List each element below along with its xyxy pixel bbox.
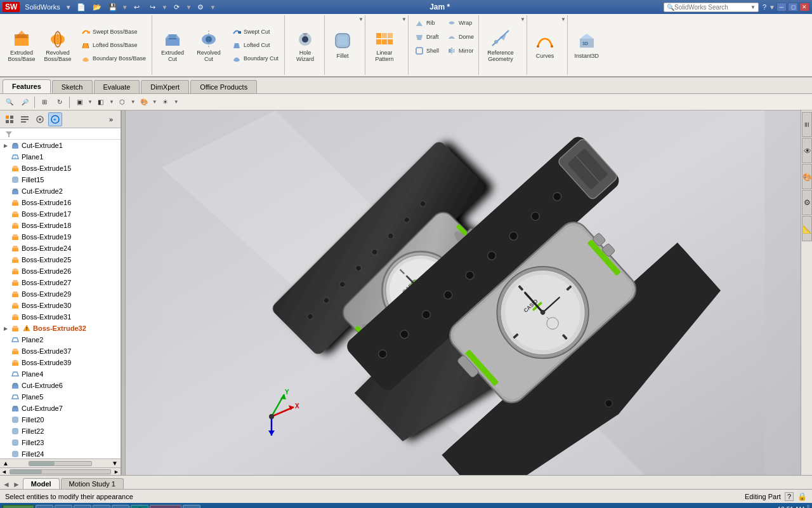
start-button[interactable]: ⊞ Start [3, 505, 34, 508]
boundary-cut-btn[interactable]: Boundary Cut [228, 52, 282, 65]
tree-item-boss-extrude31[interactable]: Boss-Extrude31 [0, 311, 121, 323]
tree-item-fillet15[interactable]: Fillet15 [0, 174, 121, 185]
tree-item-cut-extrude2[interactable]: Cut-Extrude2 [0, 185, 121, 197]
tab-nav-right[interactable]: ► [13, 480, 20, 489]
revolved-boss-base-btn[interactable]: Revolved Boss/Base [40, 17, 75, 74]
tree-item-boss-extrude19[interactable]: Boss-Extrude19 [0, 231, 121, 243]
tab-features[interactable]: Features [3, 79, 51, 93]
hole-wizard-btn[interactable]: Hole Wizard [287, 17, 323, 74]
dome-btn[interactable]: Dome [443, 30, 477, 43]
view-display-dropdown[interactable]: ▼ [131, 99, 136, 105]
tree-item-boss-extrude39[interactable]: Boss-Extrude39 [0, 357, 121, 368]
open-btn[interactable]: 📂 [90, 0, 104, 14]
close-btn[interactable]: ✕ [799, 3, 809, 11]
help-btn[interactable]: ? [763, 3, 766, 11]
tree-item-fillet23[interactable]: Fillet23 [0, 437, 121, 448]
zoom-out-btn[interactable]: 🔎 [18, 95, 32, 109]
tab-nav-left[interactable]: ◄ [3, 480, 10, 489]
tab-evaluate[interactable]: Evaluate [94, 80, 140, 93]
tree-item-boss-extrude29[interactable]: Boss-Extrude29 [0, 288, 121, 300]
tree-scroll-down[interactable]: ▼ [112, 460, 118, 467]
taskbar-solidworks[interactable]: SWSW [150, 505, 181, 508]
rebuild-btn[interactable]: ⟳ [170, 0, 184, 14]
pattern-dropdown[interactable]: ▼ [402, 17, 407, 74]
new-file-btn[interactable]: 📄 [74, 0, 88, 14]
taskbar-app-unknown1[interactable]: 🗂 [74, 505, 91, 508]
tree-scroll-up[interactable]: ▲ [3, 460, 9, 467]
extruded-cut-btn[interactable]: Extruded Cut [155, 17, 190, 74]
view-orient-dropdown[interactable]: ▼ [88, 99, 93, 105]
tree-item-cut-extrude1[interactable]: ▶ Cut-Extrude1 [0, 140, 121, 151]
curves-dropdown[interactable]: ▼ [561, 17, 566, 74]
show-desktop-btn[interactable] [807, 505, 809, 508]
options-btn[interactable]: ⚙ [193, 0, 207, 14]
right-btn-1[interactable]: ≡ [802, 112, 812, 137]
tab-dimxpert[interactable]: DimXpert [141, 80, 189, 93]
tree-item-fillet24[interactable]: Fillet24 [0, 448, 121, 458]
taskbar-app-unknown2[interactable]: 🎭 [93, 505, 110, 508]
tree-item-cut-extrude6[interactable]: Cut-Extrude6 [0, 380, 121, 391]
view-orient-btn[interactable]: ▣ [72, 95, 86, 109]
menu-arrow[interactable]: ▼ [65, 4, 72, 11]
tree-item-plane5[interactable]: Plane5 [0, 391, 121, 403]
tree-item-boss-extrude24[interactable]: Boss-Extrude24 [0, 243, 121, 254]
tree-item-boss-extrude15[interactable]: Boss-Extrude15 [0, 163, 121, 174]
boundary-boss-base-btn[interactable]: Boundary Boss/Base [77, 52, 149, 65]
rib-btn[interactable]: Rib [411, 17, 442, 29]
tree-scroll-right[interactable]: ► [112, 469, 121, 475]
property-manager-btn[interactable] [18, 112, 32, 126]
tree-item-plane2[interactable]: Plane2 [0, 334, 121, 345]
tree-hscrollbar-track[interactable] [10, 469, 111, 474]
fillet-btn[interactable]: Fillet [327, 17, 358, 74]
linear-pattern-btn[interactable]: Linear Pattern [368, 17, 401, 74]
wrap-btn[interactable]: Wrap [443, 17, 477, 29]
right-btn-2[interactable]: 👁 [802, 138, 812, 163]
tree-item-boss-extrude25[interactable]: Boss-Extrude25 [0, 254, 121, 265]
swept-cut-btn[interactable]: Swept Cut [228, 25, 282, 38]
tree-item-boss-extrude27[interactable]: Boss-Extrude27 [0, 277, 121, 288]
tree-item-boss-extrude16[interactable]: Boss-Extrude16 [0, 197, 121, 208]
right-btn-4[interactable]: ⚙ [802, 190, 812, 215]
rotate-btn[interactable]: ↻ [53, 95, 67, 109]
tree-item-boss-extrude32[interactable]: ▶ ! Boss-Extrude32 [0, 323, 121, 334]
redo-btn[interactable]: ↪ [146, 0, 160, 14]
tree-item-boss-extrude37[interactable]: Boss-Extrude37 [0, 345, 121, 357]
tree-item-boss-extrude17[interactable]: Boss-Extrude17 [0, 208, 121, 220]
tree-scrollbar-thumb[interactable] [29, 462, 55, 465]
help-status-btn[interactable]: ? [785, 492, 794, 501]
tab-sketch[interactable]: Sketch [52, 80, 93, 93]
bottom-tab-motion-study[interactable]: Motion Study 1 [61, 478, 124, 489]
3d-viewport[interactable]: CASIO [126, 110, 801, 475]
dim-manager-btn[interactable]: + [48, 112, 62, 126]
zoom-in-btn[interactable]: 🔍 [3, 95, 16, 109]
restore-btn[interactable]: ◻ [788, 3, 798, 11]
lofted-cut-btn[interactable]: Lofted Cut [228, 39, 282, 51]
view-section-dropdown[interactable]: ▼ [109, 99, 114, 105]
taskbar-explorer[interactable]: 📁 [55, 505, 72, 508]
tree-scrollbar-track[interactable] [29, 461, 92, 466]
taskbar-line-app[interactable]: 💬 [131, 505, 148, 508]
tree-expand-btn[interactable]: » [104, 112, 118, 126]
tree-item-boss-extrude30[interactable]: Boss-Extrude30 [0, 300, 121, 311]
fillet-dropdown[interactable]: ▼ [358, 17, 363, 74]
lights-btn[interactable]: ☀ [159, 95, 173, 109]
taskbar-show-desktop[interactable]: 🖥 [36, 505, 53, 508]
tree-scroll-left[interactable]: ◄ [0, 469, 8, 475]
appearance-btn[interactable]: 🎨 [137, 95, 151, 109]
tree-item-boss-extrude18[interactable]: Boss-Extrude18 [0, 220, 121, 231]
mirror-btn[interactable]: Mirror [443, 44, 477, 57]
save-btn[interactable]: 💾 [106, 0, 120, 14]
swept-boss-base-btn[interactable]: Swept Boss/Base [77, 25, 149, 38]
shell-btn[interactable]: Shell [411, 44, 442, 57]
appearance-dropdown[interactable]: ▼ [152, 99, 157, 105]
tree-item-fillet22[interactable]: Fillet22 [0, 425, 121, 437]
solidworks-search[interactable] [674, 4, 750, 11]
view-display-btn[interactable]: ⬡ [115, 95, 129, 109]
tree-item-plane1[interactable]: Plane1 [0, 151, 121, 163]
draft-btn[interactable]: Draft [411, 30, 442, 43]
taskbar-app-paint[interactable]: 🎨 [183, 505, 200, 508]
tree-expand-boss-extrude32[interactable]: ▶ [3, 325, 9, 331]
tab-office-products[interactable]: Office Products [190, 80, 257, 93]
undo-btn[interactable]: ↩ [130, 0, 144, 14]
ref-geo-dropdown[interactable]: ▼ [520, 17, 525, 74]
